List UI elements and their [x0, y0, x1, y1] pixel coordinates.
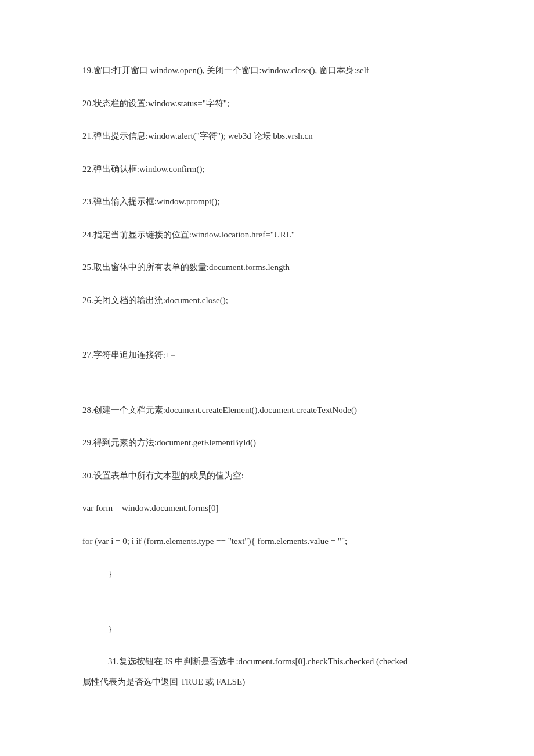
line-20: 20.状态栏的设置:window.status="字符";: [82, 97, 452, 110]
line-25: 25.取出窗体中的所有表单的数量:document.forms.length: [82, 261, 452, 274]
line-29: 29.得到元素的方法:document.getElementById(): [82, 436, 452, 449]
line-22: 22.弹出确认框:window.confirm();: [82, 163, 452, 176]
line-30-code-d: }: [82, 622, 452, 636]
line-30-code-a: var form = window.document.forms[0]: [82, 502, 452, 515]
line-26: 26.关闭文档的输出流:document.close();: [82, 294, 452, 307]
line-23: 23.弹出输入提示框:window.prompt();: [82, 195, 452, 208]
line-31b: 属性代表为是否选中返回 TRUE 或 FALSE): [82, 675, 452, 689]
line-30: 30.设置表单中所有文本型的成员的值为空:: [82, 469, 452, 483]
line-31a: 31.复选按钮在 JS 中判断是否选中:document.forms[0].ch…: [82, 655, 452, 668]
line-28: 28.创建一个文档元素:document.createElement(),doc…: [82, 404, 452, 417]
line-24: 24.指定当前显示链接的位置:window.location.href="URL…: [82, 228, 452, 242]
line-21: 21.弹出提示信息:window.alert("字符"); web3d 论坛 b…: [82, 129, 452, 143]
line-30-code-b: for (var i = 0; i if (form.elements.type…: [82, 535, 452, 548]
line-30-code-c: }: [82, 567, 452, 581]
line-19: 19.窗口:打开窗口 window.open(), 关闭一个窗口:window.…: [82, 64, 452, 77]
line-27: 27.字符串追加连接符:+=: [82, 348, 452, 362]
